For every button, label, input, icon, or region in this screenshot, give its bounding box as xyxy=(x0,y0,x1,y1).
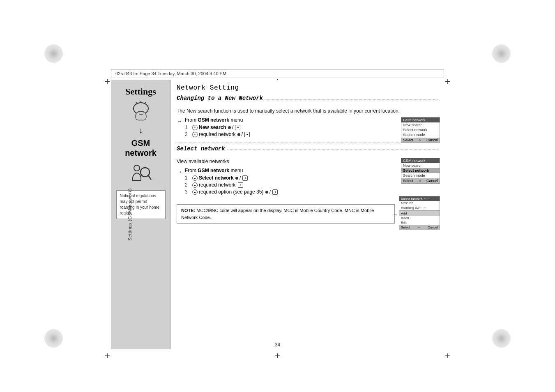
gsm-mockup2-footer-circle: ○ xyxy=(419,179,421,183)
sidebar-vertical-label: Settings (GSM network) xyxy=(127,188,132,241)
sidebar-search-icon xyxy=(129,163,152,184)
gsm-mockup3-sub1: Add xyxy=(399,211,440,216)
subsection1-from: From GSM network menu xyxy=(185,117,251,123)
subsection1-arrow: → xyxy=(177,118,182,125)
confirm-dot-s2-1 xyxy=(235,177,238,180)
sidebar-settings-title: Settings xyxy=(125,86,156,97)
subsection2-steps: From GSM network menu 1 Select network / xyxy=(185,168,279,196)
subsection2-intro: View available networks xyxy=(177,158,279,165)
gsm-mockup3-footer-left: Select xyxy=(401,226,410,229)
confirm-dot-2 xyxy=(237,133,240,136)
sidebar-note: National regulations may not permit roam… xyxy=(116,190,166,219)
sidebar-note-text: National regulations may not permit roam… xyxy=(120,194,160,215)
subsection2-with-arrow: → From GSM network menu 1 Select network xyxy=(177,168,279,196)
gsm-mockup1-item3: Search mode xyxy=(401,132,440,137)
main-content: Settings (GSM network) Settings ↓ GSM ne… xyxy=(111,80,444,349)
nav-up-icon-2 xyxy=(192,132,198,137)
subsection1-title: Changing to a New Network xyxy=(177,95,263,101)
note-arrow: → xyxy=(393,211,398,217)
subsection2-step3: 3 required option (see page 35) / xyxy=(185,189,279,195)
note-label: NOTE: xyxy=(181,208,196,213)
gsm-mockup2-title: GSM network xyxy=(401,158,440,163)
settings-hand-icon xyxy=(129,100,153,123)
gsm-mockup-3: Select network ←→ MCC 02 Roaming 02← → A… xyxy=(399,196,440,230)
crosshair-bottom-right xyxy=(442,350,454,362)
corner-texture-bl xyxy=(44,329,63,348)
note-text: MCC/MNC code will appear on the display.… xyxy=(181,208,374,220)
subsection1-steps-container: → From GSM network menu 1 New search / xyxy=(177,117,438,138)
subsection2-arrow: → xyxy=(177,168,182,175)
sidebar-gsm-label: GSM network xyxy=(125,138,157,158)
back-btn-2 xyxy=(244,132,250,137)
gsm-mockup-1: GSM network New search Select network Se… xyxy=(401,117,440,143)
nav-up-icon-s2-2 xyxy=(192,182,198,188)
gsm-mockup-2: GSM network New search Select network Se… xyxy=(401,158,440,184)
note-section: NOTE: MCC/MNC code will appear on the di… xyxy=(177,200,438,228)
svg-point-6 xyxy=(140,168,150,177)
nav-up-icon-1 xyxy=(192,125,198,130)
gsm-mockup3-footer-right: Cancel xyxy=(428,226,438,229)
gsm-mockup3-sub2: Insert xyxy=(399,216,440,220)
crosshair-bottom-left xyxy=(101,350,113,362)
page-number: 34 xyxy=(275,342,280,348)
gsm-mockup3-item1: MCC 02 xyxy=(399,201,440,205)
subsection2-step1: 1 Select network / xyxy=(185,175,279,181)
gsm-mockup3-title: Select network ←→ xyxy=(399,196,440,201)
subsection2-steps-container: View available networks → From GSM netwo… xyxy=(177,158,438,196)
gsm-mockup1-footer-left: Select xyxy=(403,138,413,142)
corner-texture-br xyxy=(492,329,511,348)
subsection2-header: Select network xyxy=(177,145,438,154)
nav-up-icon-s2-1 xyxy=(192,175,198,181)
subsection1-steps: From GSM network menu 1 New search / 2 xyxy=(185,117,251,138)
svg-line-7 xyxy=(148,175,151,180)
confirm-dot-s2-3 xyxy=(265,191,268,194)
content-panel: Network Setting Changing to a New Networ… xyxy=(170,80,444,349)
confirm-dot-1 xyxy=(228,126,231,129)
gsm-mockup1-item1: New search xyxy=(401,122,440,127)
sidebar-down-arrow: ↓ xyxy=(139,126,143,135)
subsection2-dots xyxy=(227,150,438,150)
nav-up-icon-s2-3 xyxy=(192,189,198,195)
subsection2-left: View available networks → From GSM netwo… xyxy=(177,158,279,196)
subsection2-step2: 2 required network xyxy=(185,182,279,188)
subsection1-body: The New search function is used to manua… xyxy=(177,107,438,115)
file-info-bar: 025-043.fm Page 34 Tuesday, March 30, 20… xyxy=(111,69,444,78)
gsm-mockup2-item2: Select network xyxy=(401,168,440,173)
file-info-text: 025-043.fm Page 34 Tuesday, March 30, 20… xyxy=(115,71,226,76)
gsm-mockup3-item2: Roaming 02← → xyxy=(399,205,440,210)
crosshair-bottom-center xyxy=(272,350,284,362)
gsm-mockup2-item1: New search xyxy=(401,163,440,168)
section-divider xyxy=(177,143,438,143)
gsm-mockup2-footer-left: Select xyxy=(403,179,413,183)
note-box: NOTE: MCC/MNC code will appear on the di… xyxy=(177,204,395,224)
corner-texture-tl xyxy=(44,44,63,63)
gsm-mockup1-footer-right: Cancel xyxy=(426,138,438,142)
subsection2-title: Select network xyxy=(177,145,225,152)
gsm-mockup1-footer-circle: ○ xyxy=(419,138,421,142)
subsection1-header: Changing to a New Network xyxy=(177,95,438,104)
corner-texture-tr xyxy=(492,44,511,63)
subsection1-step2: 2 required network / xyxy=(185,131,251,137)
subsection2-from: From GSM network menu xyxy=(185,168,279,173)
gsm-mockup2-footer-right: Cancel xyxy=(426,179,438,183)
gsm-mockup1-title: GSM network xyxy=(401,118,440,122)
gsm-mockup3-footer-circle: ○ xyxy=(418,226,420,229)
back-btn-s2-3 xyxy=(272,189,278,195)
svg-point-5 xyxy=(134,165,140,171)
sidebar: Settings (GSM network) Settings ↓ GSM ne… xyxy=(111,80,170,349)
gsm-mockup2-item3: Search mode xyxy=(401,173,440,178)
back-btn-s2-2 xyxy=(238,182,243,188)
back-btn-s2-1 xyxy=(242,175,248,181)
back-btn-1 xyxy=(235,125,240,130)
section-title: Network Setting xyxy=(177,84,239,92)
svg-point-0 xyxy=(134,103,148,114)
sidebar-right-border xyxy=(170,80,170,349)
gsm-mockup1-item2: Select network xyxy=(401,127,440,132)
gsm-mockup3-sub3: Edit xyxy=(399,220,440,225)
subsection1-dots xyxy=(265,99,438,99)
network-setting-header: Network Setting xyxy=(177,84,438,92)
subsection1-step1: 1 New search / xyxy=(185,125,251,130)
